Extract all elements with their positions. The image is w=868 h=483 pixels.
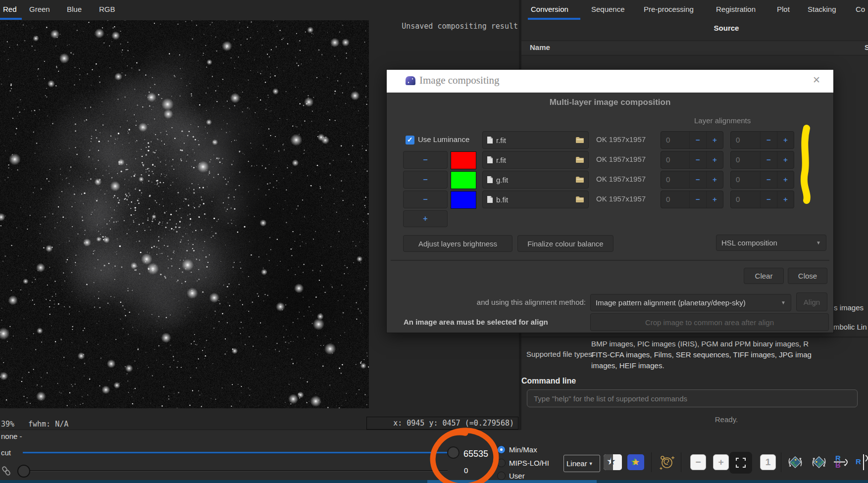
crop-after-align-button[interactable]: Crop image to common area after align	[590, 313, 829, 331]
layer-row-green: − g.fit OK 1957x1957 0 − + 0 − +	[403, 171, 829, 189]
align-button[interactable]: Align	[796, 292, 827, 311]
toolbar-separator	[681, 452, 681, 472]
spin-increment-button[interactable]: +	[777, 171, 794, 188]
zoom-out-button[interactable]: −	[690, 454, 706, 470]
fit-to-window-button[interactable]	[729, 452, 752, 474]
spin-decrement-button[interactable]: −	[689, 191, 706, 208]
folder-icon	[575, 156, 584, 163]
rotate-right-icon	[811, 454, 826, 471]
alignment-method-value: Image pattern alignment (planetary/deep-…	[596, 298, 746, 307]
spin-increment-button[interactable]: +	[706, 191, 723, 208]
display-mode-dropdown[interactable]: Linear ▼	[563, 455, 600, 472]
fwhm-status: fwhm: N/A	[28, 420, 68, 429]
column-name[interactable]: Name	[530, 43, 550, 51]
remove-layer-button[interactable]: −	[403, 151, 448, 169]
spin-decrement-button[interactable]: −	[760, 171, 777, 188]
spin-increment-button[interactable]: +	[777, 191, 794, 208]
spin-value[interactable]: 0	[661, 171, 689, 188]
spin-value[interactable]: 0	[731, 191, 760, 208]
file-types-line1: BMP images, PIC images (IRIS), PGM and P…	[591, 339, 868, 348]
folder-icon	[575, 196, 584, 203]
tab-registration[interactable]: Registration	[716, 5, 756, 13]
dialog-titlebar[interactable]: Image compositing ✕	[387, 70, 833, 93]
hi-cut-slider-knob[interactable]	[447, 446, 460, 459]
tab-console[interactable]: Co	[856, 5, 865, 13]
layer-file-button[interactable]: r.fit	[482, 151, 589, 169]
radio-user[interactable]	[497, 472, 506, 480]
spin-decrement-button[interactable]: −	[689, 171, 706, 188]
layer-file-button[interactable]: g.fit	[482, 171, 589, 189]
tab-rgb[interactable]: RGB	[99, 5, 115, 13]
spin-increment-button[interactable]: +	[777, 151, 794, 168]
spin-decrement-button[interactable]: −	[760, 191, 777, 208]
spin-decrement-button[interactable]: −	[689, 132, 706, 148]
tab-red[interactable]: Red	[3, 5, 17, 13]
spin-increment-button[interactable]: +	[706, 151, 723, 168]
use-luminance-label[interactable]: Use Luminance	[418, 135, 469, 144]
split-view-button[interactable]: ★ ★	[604, 454, 622, 470]
starfield-image[interactable]	[0, 20, 369, 408]
remove-layer-button[interactable]: −	[403, 191, 448, 208]
siril-app-icon	[406, 76, 415, 85]
clear-button[interactable]: Clear	[744, 268, 784, 284]
spin-value[interactable]: 0	[661, 151, 689, 168]
app-window: Red Green Blue RGB Unsaved compositing r…	[0, 0, 868, 483]
spin-increment-button[interactable]: +	[706, 171, 723, 188]
star-detection-button[interactable]: ★ ★	[627, 454, 644, 470]
layer-color-swatch[interactable]	[451, 171, 476, 189]
rotate-left-button[interactable]	[787, 454, 803, 470]
spin-value[interactable]: 0	[661, 191, 689, 208]
tab-plot[interactable]: Plot	[777, 5, 790, 13]
spin-increment-button[interactable]: +	[777, 132, 794, 148]
finalize-balance-button[interactable]: Finalize colour balance	[517, 235, 613, 252]
file-types-line2: FITS-CFA images, Films, SER sequences, T…	[591, 350, 868, 359]
zoom-one-to-one-button[interactable]: 1	[760, 454, 776, 470]
radio-mips-lo-hi[interactable]	[497, 459, 506, 467]
alignment-method-dropdown[interactable]: Image pattern alignment (planetary/deep-…	[590, 294, 791, 311]
spin-value[interactable]: 0	[661, 132, 689, 148]
align-y-spinner: 0 − +	[730, 171, 794, 189]
spin-decrement-button[interactable]: −	[760, 151, 777, 168]
chevron-down-icon: ▼	[589, 461, 593, 466]
close-icon[interactable]: ✕	[813, 74, 820, 86]
tab-pre-processing[interactable]: Pre-processing	[644, 5, 694, 13]
tab-stacking[interactable]: Stacking	[808, 5, 836, 13]
file-list-header[interactable]: Name S	[521, 41, 868, 55]
spin-value[interactable]: 0	[731, 171, 760, 188]
file-types-line3: images, HEIF images.	[591, 361, 868, 370]
tab-green[interactable]: Green	[29, 5, 50, 13]
lo-cut-slider-track[interactable]	[29, 470, 448, 472]
layer-file-button[interactable]: r.fit	[482, 131, 589, 149]
add-layer-button[interactable]: +	[403, 210, 448, 227]
radio-mips-lo-hi-label[interactable]: MIPS-LO/HI	[509, 459, 549, 467]
tab-conversion[interactable]: Conversion	[531, 5, 568, 13]
astrometry-button[interactable]	[659, 454, 674, 470]
layer-status: OK 1957x1957	[596, 135, 646, 144]
tab-sequence[interactable]: Sequence	[591, 5, 625, 13]
layer-color-swatch[interactable]	[451, 191, 476, 209]
tab-blue[interactable]: Blue	[67, 5, 82, 13]
composition-mode-dropdown[interactable]: HSL composition ▼	[716, 235, 826, 251]
zoom-in-button[interactable]: +	[713, 454, 729, 470]
rotate-right-button[interactable]	[811, 454, 826, 470]
layer-color-swatch[interactable]	[451, 151, 476, 169]
adjust-brightness-button[interactable]: Adjust layers brightness	[403, 235, 512, 252]
radio-min-max-label[interactable]: Min/Max	[509, 445, 537, 454]
hi-cut-slider-track[interactable]	[23, 452, 448, 454]
remove-layer-button[interactable]: −	[403, 171, 448, 189]
mirror-vertical-button[interactable]: R R	[833, 454, 852, 470]
spin-decrement-button[interactable]: −	[689, 151, 706, 168]
lo-cut-slider-knob[interactable]	[17, 465, 30, 478]
link-sliders-icon[interactable]	[2, 466, 11, 476]
spin-value[interactable]: 0	[731, 151, 760, 168]
mirror-horizontal-button[interactable]: R	[856, 454, 868, 470]
command-line-input[interactable]	[527, 389, 858, 407]
spin-increment-button[interactable]: +	[706, 132, 723, 148]
spin-value[interactable]: 0	[731, 132, 760, 148]
radio-user-label[interactable]: User	[509, 472, 525, 480]
radio-min-max[interactable]	[497, 445, 506, 454]
close-button[interactable]: Close	[788, 268, 827, 284]
use-luminance-checkbox[interactable]	[406, 136, 414, 145]
layer-file-button[interactable]: b.fit	[482, 191, 589, 208]
spin-decrement-button[interactable]: −	[760, 132, 777, 148]
